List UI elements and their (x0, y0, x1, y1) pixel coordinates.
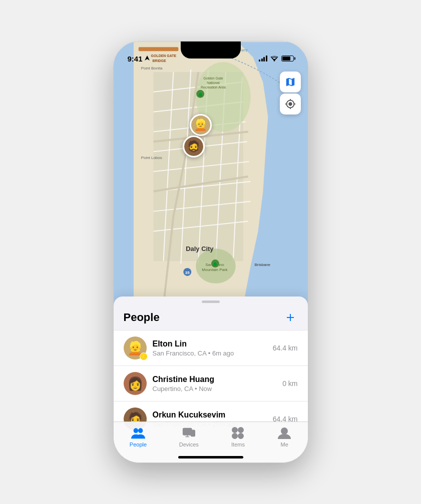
svg-text:🌲: 🌲 (197, 92, 203, 98)
map-pin-2[interactable]: 🧔 (183, 136, 205, 158)
person-name-3: Orkun Kucuksevim (153, 410, 273, 420)
svg-text:🌲: 🌲 (212, 261, 218, 267)
person-distance-1: 64.4 km (273, 344, 298, 352)
star-badge-1: ⭐ (140, 352, 148, 360)
home-indicator (178, 456, 243, 458)
map-svg: Point Bonita Point Lobos GOLDEN GATE BRI… (114, 42, 308, 306)
map-area[interactable]: Point Bonita Point Lobos GOLDEN GATE BRI… (114, 42, 308, 306)
map-pin-face-1: 👱 (191, 116, 210, 134)
battery-icon (281, 56, 294, 62)
map-pin-face-2: 🧔 (184, 137, 203, 156)
person-name-1: Elton Lin (153, 340, 273, 348)
sheet-header: People (114, 303, 308, 330)
bottom-sheet: People 👱 ⭐ Elton Lin (114, 296, 308, 426)
map-buttons (280, 72, 301, 114)
add-person-button[interactable] (283, 310, 298, 325)
svg-point-49 (238, 434, 243, 438)
tab-me-label: Me (280, 442, 288, 448)
tab-people[interactable]: People (122, 426, 155, 448)
person-distance-2: 0 km (282, 380, 297, 388)
svg-rect-45 (191, 430, 195, 436)
signal-icon (259, 56, 267, 62)
svg-point-40 (138, 428, 142, 432)
devices-tab-icon (182, 426, 196, 440)
svg-point-46 (232, 428, 237, 432)
map-view-button[interactable] (280, 72, 301, 92)
svg-text:Golden Gate: Golden Gate (203, 76, 223, 80)
tab-items[interactable]: Items (223, 426, 253, 448)
svg-text:Daly City: Daly City (186, 245, 214, 252)
person-location-1: San Francisco, CA • 6m ago (153, 350, 273, 357)
person-avatar-1: 👱 ⭐ (124, 336, 147, 360)
phone: 9:41 (113, 41, 308, 463)
svg-text:Recreation Area: Recreation Area (201, 86, 226, 89)
svg-text:Point Lobos: Point Lobos (141, 156, 162, 160)
status-time: 9:41 (128, 54, 143, 63)
person-item-1[interactable]: 👱 ⭐ Elton Lin San Francisco, CA • 6m ago… (114, 330, 308, 366)
tab-devices[interactable]: Devices (171, 426, 207, 448)
svg-point-47 (238, 428, 243, 432)
tab-items-label: Items (231, 442, 245, 448)
me-tab-icon (277, 426, 291, 440)
person-item-2[interactable]: 👩 Christine Huang Cupertino, CA • Now 0 … (114, 366, 308, 402)
tab-people-label: People (130, 442, 147, 448)
person-name-2: Christine Huang (153, 375, 283, 384)
wifi-icon (270, 56, 278, 62)
tab-me[interactable]: Me (269, 426, 299, 448)
person-avatar-2: 👩 (124, 372, 147, 395)
svg-text:Brisbane: Brisbane (254, 262, 270, 267)
person-info-1: Elton Lin San Francisco, CA • 6m ago (153, 340, 273, 357)
person-info-2: Christine Huang Cupertino, CA • Now (153, 375, 283, 392)
items-tab-icon (231, 426, 245, 440)
location-button[interactable] (280, 94, 301, 114)
sheet-title: People (124, 311, 160, 324)
svg-point-48 (232, 434, 237, 438)
notch (181, 42, 241, 58)
location-arrow-icon (145, 56, 150, 62)
people-tab-icon (131, 426, 145, 440)
person-location-2: Cupertino, CA • Now (153, 385, 283, 392)
svg-text:National: National (207, 81, 220, 84)
svg-text:35: 35 (185, 270, 189, 275)
tab-devices-label: Devices (179, 442, 199, 448)
svg-text:Mountain Park: Mountain Park (202, 268, 227, 272)
svg-point-50 (281, 428, 287, 434)
status-icons (259, 56, 294, 62)
map-pin-1[interactable]: 👱 (190, 114, 212, 136)
svg-point-0 (273, 60, 274, 61)
svg-point-39 (134, 428, 138, 432)
